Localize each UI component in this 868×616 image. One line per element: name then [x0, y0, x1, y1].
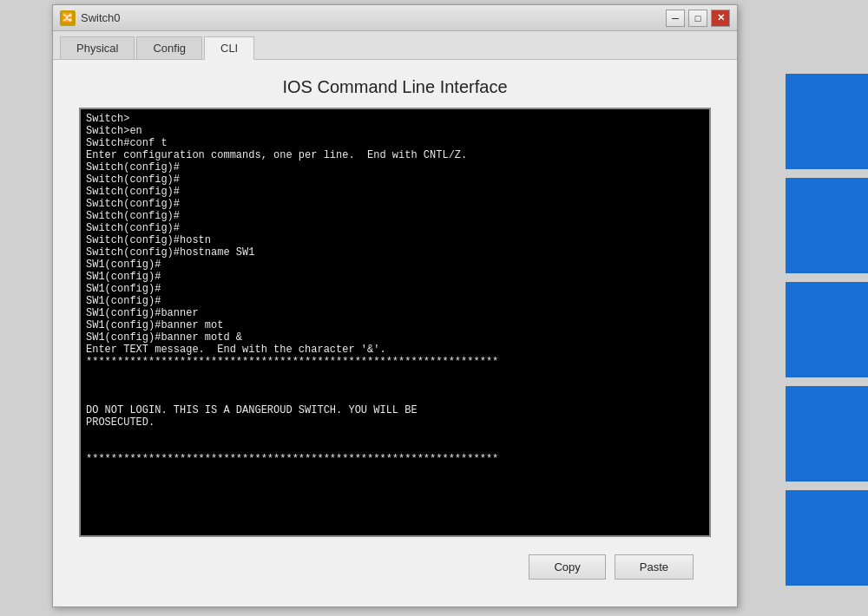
titlebar: 🔀 Switch0 ─ □ ✕ [53, 5, 737, 31]
page-title: IOS Command Line Interface [70, 77, 720, 97]
tab-cli[interactable]: CLI [204, 36, 254, 60]
close-button[interactable]: ✕ [711, 10, 730, 27]
bottom-bar: Copy Paste [70, 544, 720, 590]
window-title: Switch0 [81, 11, 121, 24]
tab-config[interactable]: Config [136, 36, 202, 59]
content-area: IOS Command Line Interface Copy Paste [53, 60, 737, 599]
tabbar: Physical Config CLI [53, 31, 737, 60]
terminal-input[interactable] [81, 109, 709, 535]
titlebar-controls: ─ □ ✕ [666, 10, 730, 27]
blue-panel-2 [786, 178, 868, 273]
blue-panel-4 [786, 386, 868, 482]
tab-physical[interactable]: Physical [60, 36, 135, 59]
titlebar-left: 🔀 Switch0 [60, 10, 121, 26]
blue-panel-5 [786, 490, 868, 586]
main-window: 🔀 Switch0 ─ □ ✕ Physical Config CLI IOS … [52, 4, 738, 607]
copy-button[interactable]: Copy [529, 554, 605, 580]
blue-panel-3 [786, 282, 868, 377]
app-icon: 🔀 [60, 10, 76, 26]
restore-button[interactable]: □ [688, 10, 707, 27]
terminal-container [79, 108, 711, 537]
blue-panel-1 [786, 74, 868, 169]
paste-button[interactable]: Paste [615, 554, 694, 580]
minimize-button[interactable]: ─ [666, 10, 685, 27]
